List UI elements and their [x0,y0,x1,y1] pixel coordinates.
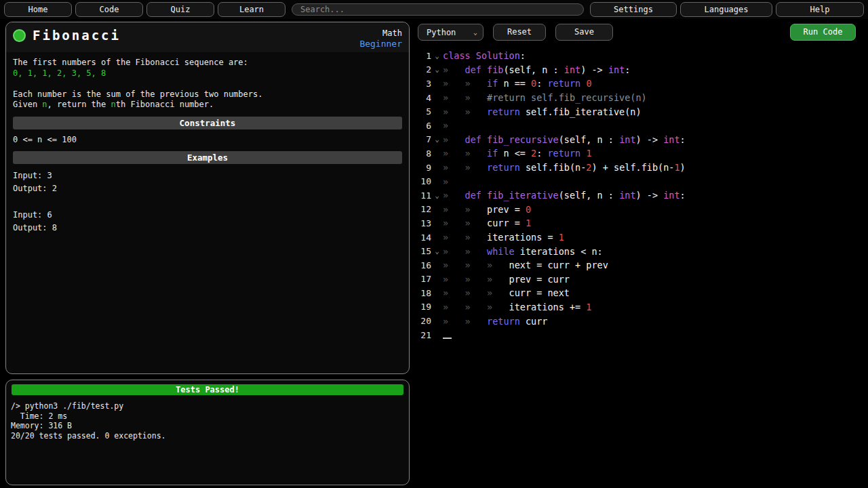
test-output-line: 20/20 tests passed. 0 exceptions. [11,431,404,441]
line-number: 10 [416,176,431,186]
code-line[interactable]: 18» » » curr = next [416,286,864,300]
nav-tab-quiz[interactable]: Quiz [146,2,214,17]
example-lines: Input: 3Output: 2 Input: 6Output: 8 [13,169,402,235]
test-output-line: /> python3 ./fib/test.py [11,401,404,411]
code-line[interactable]: 10» [416,174,864,188]
line-number: 19 [416,302,431,312]
language-select-value: Python [427,25,456,40]
code-line[interactable]: 16» » » next = curr + prev [416,258,864,272]
examples-header: Examples [13,151,402,164]
problem-difficulty: Beginner [359,39,402,49]
code-line[interactable]: 8» » if n <= 2: return 1 [416,146,864,161]
code-line[interactable]: 9» » return self.fib(n-2) + self.fib(n-1… [416,161,864,175]
code-line[interactable]: 4» » #return self.fib_recursive(n) [416,91,864,105]
code-line[interactable]: 17» » » prev = curr [416,272,864,287]
nav-tab-settings[interactable]: Settings [590,2,677,17]
description-line: Each number is the sum of the previous t… [13,89,402,100]
code-line[interactable]: 15⌄» » while iterations < n: [416,244,864,258]
line-number: 16 [416,260,431,270]
line-number: 8 [416,148,431,159]
code-line[interactable]: 20» » return curr [416,314,864,328]
problem-panel: Fibonacci Math Beginner The first number… [5,22,410,374]
code-line[interactable]: 7⌄» def fib_recursive(self, n : int) -> … [416,133,864,147]
problem-meta: Math Beginner [359,28,402,49]
nav-tab-learn[interactable]: Learn [218,2,285,17]
line-number: 13 [416,218,431,228]
fold-chevron-icon[interactable]: ⌄ [431,191,443,200]
problem-status-icon [13,29,26,42]
description-lines: The first numbers of the Fibonacci seque… [13,58,402,110]
line-number: 15 [416,246,431,256]
left-column: Fibonacci Math Beginner The first number… [5,22,410,485]
fold-chevron-icon[interactable]: ⌄ [431,135,443,144]
line-number: 11 [416,190,431,201]
test-output-line: Time: 2 ms [11,411,404,422]
line-number: 21 [416,330,431,340]
line-number: 4 [416,93,431,103]
chevron-down-icon: ⌄ [473,25,477,40]
tests-output: /> python3 ./fib/test.py Time: 2 msMemor… [11,401,404,441]
line-number: 12 [416,204,431,214]
line-number: 1 [416,51,431,61]
problem-body: The first numbers of the Fibonacci seque… [6,52,409,241]
example-line [13,195,402,208]
constraints-text: 0 <= n <= 100 [13,135,402,145]
save-button[interactable]: Save [555,24,613,41]
reset-button[interactable]: Reset [493,24,546,41]
line-number: 9 [416,163,431,173]
text-cursor [443,329,452,339]
line-number: 7 [416,134,431,144]
code-line[interactable]: 1⌄class Solution: [416,49,864,63]
nav-tab-code[interactable]: Code [75,2,143,17]
fold-chevron-icon[interactable]: ⌄ [431,52,443,60]
code-line[interactable]: 5» » return self.fib_iterative(n) [416,104,864,119]
editor-toolbar: Python ⌄ Reset Save Run Code [418,24,856,41]
code-line[interactable]: 12» » prev = 0 [416,203,864,217]
fold-chevron-icon[interactable]: ⌄ [431,65,443,74]
example-line: Output: 8 [13,222,402,235]
tests-status-banner: Tests Passed! [12,384,403,395]
run-code-button[interactable]: Run Code [790,24,856,41]
nav-tab-languages[interactable]: Languages [680,2,772,17]
line-number: 14 [416,232,431,243]
nav-tab-help[interactable]: Help [776,2,864,17]
line-number: 20 [416,316,431,326]
language-select[interactable]: Python ⌄ [418,24,484,41]
line-number: 5 [416,106,431,117]
line-number: 2 [416,64,431,75]
example-line: Output: 2 [13,182,402,195]
problem-title-row: Fibonacci [13,28,121,43]
description-line: Given n, return the nth Fibonacci number… [13,100,402,110]
code-line[interactable]: 3» » if n == 0: return 0 [416,77,864,91]
line-number: 3 [416,79,431,89]
code-line[interactable]: 14» » iterations = 1 [416,230,864,245]
code-line[interactable]: 13» » curr = 1 [416,216,864,230]
description-line: 0, 1, 1, 2, 3, 5, 8 [13,68,402,79]
top-navbar: Home Code Quiz Learn Settings Languages … [0,0,868,19]
description-line [13,79,402,89]
code-editor[interactable]: 1⌄class Solution:2⌄» def fib(self, n : i… [416,49,864,342]
code-line[interactable]: 11⌄» def fib_iterative(self, n : int) ->… [416,188,864,203]
code-line[interactable]: 21 [416,328,864,342]
nav-tab-home[interactable]: Home [4,2,72,17]
line-number: 17 [416,274,431,284]
problem-header: Fibonacci Math Beginner [6,22,409,52]
code-line[interactable]: 2⌄» def fib(self, n : int) -> int: [416,63,864,77]
main-content: Fibonacci Math Beginner The first number… [0,19,868,485]
code-line[interactable]: 6» [416,119,864,133]
tests-panel: Tests Passed! /> python3 ./fib/test.py T… [5,380,410,485]
description-line: The first numbers of the Fibonacci seque… [13,58,402,68]
example-line: Input: 3 [13,169,402,182]
problem-title: Fibonacci [33,28,121,43]
constraints-header: Constraints [13,117,402,129]
fold-chevron-icon[interactable]: ⌄ [431,247,443,256]
search-input[interactable] [292,3,584,16]
line-number: 6 [416,121,431,131]
problem-category: Math [359,28,402,39]
line-number: 18 [416,288,431,298]
test-output-line: Memory: 316 B [11,421,404,431]
editor-column: Python ⌄ Reset Save Run Code 1⌄class Sol… [415,22,864,485]
code-line[interactable]: 19» » » iterations += 1 [416,300,864,314]
example-line: Input: 6 [13,209,402,222]
